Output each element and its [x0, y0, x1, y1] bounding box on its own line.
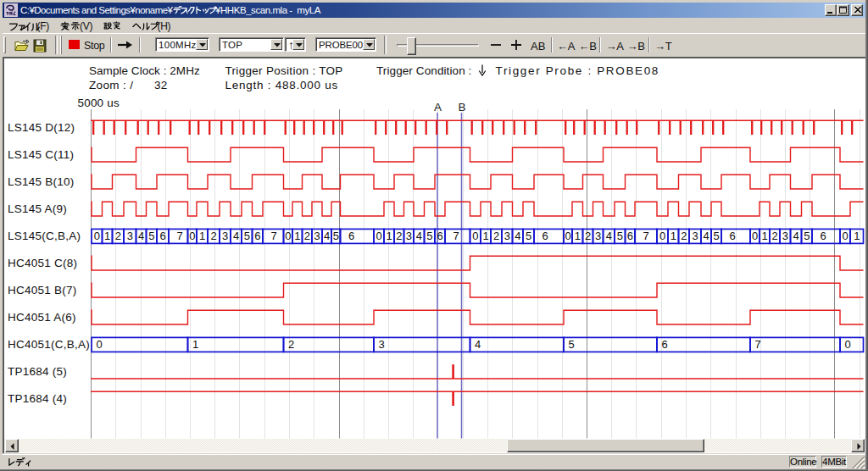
svg-text:A: A — [434, 101, 442, 114]
svg-text:6: 6 — [437, 230, 442, 242]
svg-text:5: 5 — [617, 230, 623, 242]
svg-text:7: 7 — [755, 338, 761, 351]
svg-text:0: 0 — [845, 338, 851, 351]
svg-text:6: 6 — [662, 338, 668, 351]
svg-text:7: 7 — [453, 230, 459, 242]
svg-text:0: 0 — [189, 230, 195, 242]
svg-text:5: 5 — [333, 230, 339, 242]
svg-text:0: 0 — [565, 230, 570, 242]
svg-text:3: 3 — [406, 230, 412, 242]
svg-text:6: 6 — [820, 230, 826, 242]
svg-text:4: 4 — [515, 230, 520, 242]
svg-text:0: 0 — [842, 230, 848, 242]
svg-text:2: 2 — [396, 230, 402, 242]
svg-text:5: 5 — [526, 230, 531, 242]
svg-text:1: 1 — [761, 230, 767, 242]
svg-text:6: 6 — [627, 230, 633, 242]
svg-text:1: 1 — [854, 230, 860, 242]
svg-text:4: 4 — [606, 230, 612, 242]
svg-text:5: 5 — [244, 230, 250, 242]
svg-text:1: 1 — [575, 230, 581, 242]
svg-text:1: 1 — [482, 230, 488, 242]
svg-text:4: 4 — [138, 230, 144, 242]
svg-text:5: 5 — [148, 230, 154, 242]
svg-text:1: 1 — [670, 230, 676, 242]
svg-text:4: 4 — [233, 230, 239, 242]
svg-text:0: 0 — [97, 338, 103, 351]
svg-text:3: 3 — [692, 230, 698, 242]
svg-text:5: 5 — [713, 230, 719, 242]
svg-text:4: 4 — [475, 338, 481, 351]
svg-text:3: 3 — [127, 230, 133, 242]
svg-text:5: 5 — [804, 230, 810, 242]
svg-text:4: 4 — [703, 230, 709, 242]
svg-text:2: 2 — [304, 230, 310, 242]
svg-text:1: 1 — [386, 230, 392, 242]
svg-text:0: 0 — [472, 230, 478, 242]
svg-text:1: 1 — [199, 230, 205, 242]
svg-text:3: 3 — [314, 230, 320, 242]
svg-text:2: 2 — [288, 338, 294, 351]
svg-text:2: 2 — [585, 230, 591, 242]
svg-text:3: 3 — [379, 338, 385, 351]
svg-text:6: 6 — [542, 230, 548, 242]
svg-text:1: 1 — [104, 230, 110, 242]
svg-text:4: 4 — [416, 230, 422, 242]
svg-text:0: 0 — [376, 230, 381, 242]
svg-text:0: 0 — [752, 230, 758, 242]
svg-text:3: 3 — [595, 230, 601, 242]
svg-text:7: 7 — [176, 230, 182, 242]
svg-text:5: 5 — [426, 230, 432, 242]
svg-text:3: 3 — [222, 230, 228, 242]
svg-text:1: 1 — [294, 230, 300, 242]
svg-text:6: 6 — [729, 230, 735, 242]
svg-text:0: 0 — [94, 230, 100, 242]
svg-text:7: 7 — [270, 230, 276, 242]
svg-text:0: 0 — [659, 230, 665, 242]
svg-text:2: 2 — [210, 230, 216, 242]
svg-text:2: 2 — [493, 230, 499, 242]
svg-text:3: 3 — [504, 230, 510, 242]
svg-text:5: 5 — [569, 338, 575, 351]
svg-text:6: 6 — [348, 230, 354, 242]
svg-text:B: B — [458, 101, 465, 114]
svg-text:3: 3 — [782, 230, 788, 242]
svg-text:2: 2 — [115, 230, 121, 242]
svg-text:4: 4 — [324, 230, 330, 242]
svg-text:1: 1 — [192, 338, 198, 351]
svg-text:4: 4 — [793, 230, 798, 242]
svg-text:7: 7 — [643, 230, 648, 242]
svg-text:6: 6 — [254, 230, 260, 242]
svg-text:0: 0 — [285, 230, 291, 242]
svg-text:2: 2 — [771, 230, 777, 242]
svg-text:6: 6 — [159, 230, 165, 242]
svg-text:2: 2 — [681, 230, 687, 242]
